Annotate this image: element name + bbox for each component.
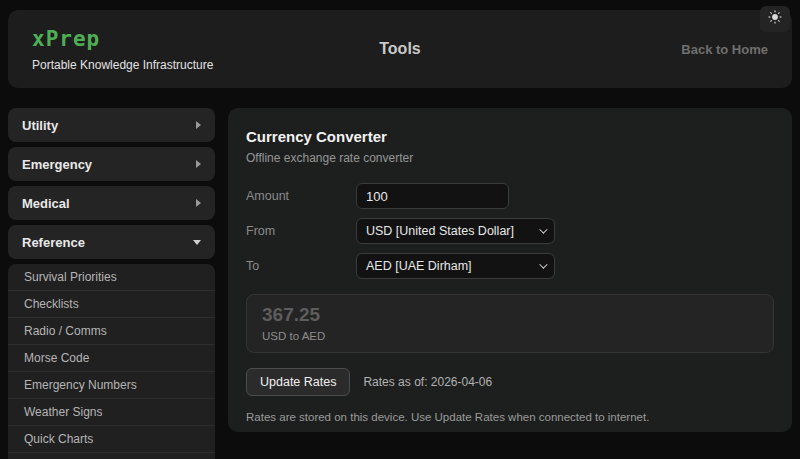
chevron-down-icon <box>193 240 201 245</box>
tool-title: Currency Converter <box>246 128 774 145</box>
sidebar-item-survival-priorities[interactable]: Survival Priorities <box>8 264 215 291</box>
conversion-result-value: 367.25 <box>262 304 758 326</box>
sidebar-category-reference[interactable]: Reference <box>8 225 215 259</box>
from-row: From USD [United States Dollar] <box>246 218 774 244</box>
sidebar-item-checklists[interactable]: Checklists <box>8 291 215 318</box>
from-selected-value: USD [United States Dollar] <box>366 224 514 238</box>
app-tagline: Portable Knowledge Infrastructure <box>32 58 213 72</box>
sidebar-category-medical[interactable]: Medical <box>8 186 215 220</box>
sun-icon <box>768 10 782 28</box>
category-label: Emergency <box>22 157 92 172</box>
sidebar-category-utility[interactable]: Utility <box>8 108 215 142</box>
to-currency-select[interactable]: AED [UAE Dirham] <box>356 253 555 279</box>
offline-note: Rates are stored on this device. Use Upd… <box>246 411 774 423</box>
logo-block: xPrep Portable Knowledge Infrastructure <box>32 27 213 72</box>
to-label: To <box>246 259 356 273</box>
sidebar: Utility Emergency Medical Reference Surv… <box>8 108 215 459</box>
app-logo: xPrep <box>32 27 213 51</box>
currency-converter-panel: Currency Converter Offline exchange rate… <box>228 108 792 432</box>
chevron-down-icon <box>539 225 547 233</box>
converter-form: Amount From USD [United States Dollar] T… <box>246 183 774 279</box>
chevron-down-icon <box>539 260 547 268</box>
to-selected-value: AED [UAE Dirham] <box>366 259 472 273</box>
reference-sublist: Survival Priorities Checklists Radio / C… <box>8 264 215 459</box>
update-rates-button[interactable]: Update Rates <box>246 368 350 396</box>
from-label: From <box>246 224 356 238</box>
chevron-right-icon <box>196 121 201 129</box>
sidebar-item-morse-code[interactable]: Morse Code <box>8 345 215 372</box>
chevron-right-icon <box>196 160 201 168</box>
theme-toggle-button[interactable] <box>760 6 790 32</box>
tool-subtitle: Offline exchange rate converter <box>246 151 774 165</box>
category-label: Reference <box>22 235 85 250</box>
sidebar-item-emergency-numbers[interactable]: Emergency Numbers <box>8 372 215 399</box>
chevron-right-icon <box>196 199 201 207</box>
conversion-result-box: 367.25 USD to AED <box>246 294 774 353</box>
from-currency-select[interactable]: USD [United States Dollar] <box>356 218 555 244</box>
sidebar-item-quick-charts[interactable]: Quick Charts <box>8 426 215 453</box>
category-label: Medical <box>22 196 70 211</box>
conversion-result-caption: USD to AED <box>262 330 758 342</box>
amount-input[interactable] <box>356 183 509 209</box>
sidebar-item-country-codes[interactable]: Country Codes <box>8 453 215 459</box>
actions-row: Update Rates Rates as of: 2026-04-06 <box>246 368 774 396</box>
to-row: To AED [UAE Dirham] <box>246 253 774 279</box>
sidebar-category-emergency[interactable]: Emergency <box>8 147 215 181</box>
amount-row: Amount <box>246 183 774 209</box>
category-label: Utility <box>22 118 58 133</box>
amount-label: Amount <box>246 189 356 203</box>
app-header: xPrep Portable Knowledge Infrastructure … <box>8 10 792 88</box>
back-to-home-link[interactable]: Back to Home <box>681 42 768 57</box>
sidebar-item-radio-comms[interactable]: Radio / Comms <box>8 318 215 345</box>
sidebar-item-weather-signs[interactable]: Weather Signs <box>8 399 215 426</box>
rates-as-of-text: Rates as of: 2026-04-06 <box>363 375 492 389</box>
